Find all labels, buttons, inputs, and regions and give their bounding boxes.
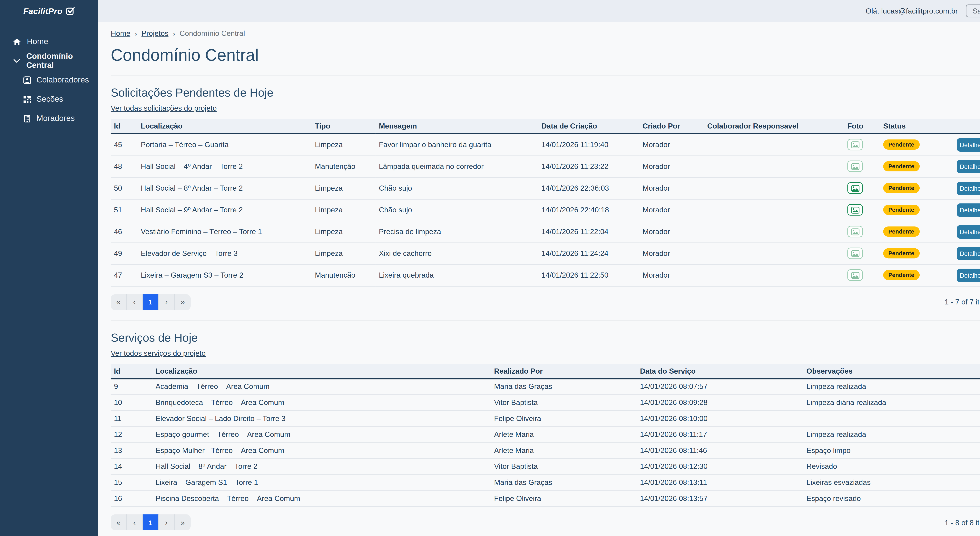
cell-id: 12 (111, 426, 152, 442)
column-header-criado-por: Criado Por (640, 119, 704, 133)
cell-data-servico: 14/01/2026 08:13:57 (637, 490, 803, 506)
pagination-next-button[interactable]: › (159, 514, 175, 530)
pagination-page-1-button[interactable]: 1 (143, 514, 159, 530)
details-button[interactable]: Detalhes (957, 225, 980, 238)
servicos-table: Id Localização Realizado Por Data do Ser… (111, 363, 980, 507)
image-icon (851, 163, 859, 170)
sidebar-item-colaboradores[interactable]: Colaboradores (0, 70, 98, 90)
cell-id: 49 (111, 243, 138, 264)
cell-colaborador (704, 243, 844, 264)
sidebar-item-label: Seções (37, 95, 63, 104)
image-icon (851, 228, 859, 235)
breadcrumb-separator: › (173, 30, 175, 37)
pagination-first-button[interactable]: « (111, 294, 127, 310)
cell-criado-por: Morador (640, 155, 704, 177)
sidebar-item-moradores[interactable]: Moradores (0, 109, 98, 128)
cell-realizado-por: Maria das Graças (491, 474, 636, 490)
cell-tipo: Limpeza (312, 221, 376, 243)
cell-localizacao: Espaço Mulher - Térreo – Área Comum (152, 442, 491, 458)
cell-realizado-por: Arlete Maria (491, 426, 636, 442)
table-row: 46 Vestiário Feminino – Térreo – Torre 1… (111, 221, 980, 243)
breadcrumb-separator: › (135, 30, 137, 37)
details-button[interactable]: Detalhes (957, 138, 980, 151)
cell-id: 15 (111, 474, 152, 490)
table-header-row: Id Localização Tipo Mensagem Data de Cri… (111, 119, 980, 133)
sidebar-item-label: Colaboradores (37, 75, 89, 84)
photo-button[interactable] (847, 204, 862, 216)
cell-id: 14 (111, 458, 152, 474)
check-square-icon (66, 6, 75, 16)
cell-localizacao: Hall Social – 8º Andar – Torre 2 (152, 458, 491, 474)
cell-localizacao: Portaria – Térreo – Guarita (138, 133, 312, 155)
cell-id: 11 (111, 411, 152, 427)
photo-button[interactable] (847, 139, 862, 151)
pagination-first-button[interactable]: « (111, 514, 127, 530)
pagination: « ‹ 1 › » (111, 294, 191, 310)
pagination-page-1-button[interactable]: 1 (143, 294, 159, 310)
cell-id: 46 (111, 221, 138, 243)
photo-button[interactable] (847, 161, 862, 172)
status-badge: Pendente (883, 227, 920, 237)
breadcrumb-projects-link[interactable]: Projetos (142, 29, 169, 37)
table-header-row: Id Localização Realizado Por Data do Ser… (111, 363, 980, 378)
app-logo[interactable]: FacilitPro (0, 0, 98, 22)
cell-realizado-por: Felipe Oliveira (491, 490, 636, 506)
image-icon (851, 206, 859, 213)
column-header-id: Id (111, 119, 138, 133)
column-header-localizacao: Localização (138, 119, 312, 133)
pagination-next-button[interactable]: › (159, 294, 175, 310)
sidebar-item-project[interactable]: Condomínio Central (0, 51, 98, 70)
user-greeting: Olá, lucas@facilitpro.com.br (866, 7, 958, 15)
logout-button[interactable]: Sair (966, 5, 980, 17)
cell-data-servico: 14/01/2026 08:09:28 (637, 394, 803, 411)
cell-colaborador (704, 221, 844, 243)
pagination-last-button[interactable]: » (175, 514, 191, 530)
sidebar-item-label: Condomínio Central (26, 52, 98, 70)
pagination-last-button[interactable]: » (175, 294, 191, 310)
solicitacoes-view-all-link[interactable]: Ver todas solicitações do projeto (111, 104, 217, 112)
photo-button[interactable] (847, 226, 862, 238)
details-button[interactable]: Detalhes (957, 181, 980, 195)
table-row: 14 Hall Social – 8º Andar – Torre 2 Vito… (111, 458, 980, 474)
breadcrumb-home-link[interactable]: Home (111, 29, 130, 37)
breadcrumb: Home › Projetos › Condomínio Central (111, 29, 980, 37)
app-logo-text: FacilitPro (23, 6, 62, 16)
servicos-view-all-link[interactable]: Ver todos serviços do projeto (111, 349, 205, 357)
sidebar-item-label: Moradores (37, 114, 75, 123)
cell-criado-por: Morador (640, 221, 704, 243)
pagination-prev-button[interactable]: ‹ (127, 514, 143, 530)
cell-id: 16 (111, 490, 152, 506)
cell-localizacao: Elevador Social – Lado Direito – Torre 3 (152, 411, 491, 427)
cell-data-servico: 14/01/2026 08:12:30 (637, 458, 803, 474)
cell-colaborador (704, 264, 844, 286)
cell-tipo: Manutenção (312, 155, 376, 177)
cell-observacoes: Espaço revisado (803, 490, 980, 506)
sidebar-item-secoes[interactable]: Seções (0, 90, 98, 109)
cell-mensagem: Lâmpada queimada no corredor (376, 155, 538, 177)
details-button[interactable]: Detalhes (957, 160, 980, 173)
photo-button[interactable] (847, 270, 862, 281)
chevron-down-icon (13, 57, 21, 65)
solicitacoes-pager-row: « ‹ 1 › » 1 - 7 of 7 items (111, 294, 980, 310)
photo-button[interactable] (847, 182, 862, 194)
pagination-prev-button[interactable]: ‹ (127, 294, 143, 310)
cell-localizacao: Vestiário Feminino – Térreo – Torre 1 (138, 221, 312, 243)
cell-data-servico: 14/01/2026 08:11:46 (637, 442, 803, 458)
cell-localizacao: Lixeira – Garagem S3 – Torre 2 (138, 264, 312, 286)
cell-localizacao: Hall Social – 4º Andar – Torre 2 (138, 155, 312, 177)
cell-data-servico: 14/01/2026 08:13:11 (637, 474, 803, 490)
cell-tipo: Limpeza (312, 243, 376, 264)
servicos-pager-row: « ‹ 1 › » 1 - 8 of 8 items (111, 514, 980, 530)
column-header-mensagem: Mensagem (376, 119, 538, 133)
details-button[interactable]: Detalhes (957, 203, 980, 217)
cell-criado-por: Morador (640, 177, 704, 199)
cell-tipo: Limpeza (312, 133, 376, 155)
details-button[interactable]: Detalhes (957, 247, 980, 260)
column-header-realizado-por: Realizado Por (491, 363, 636, 378)
cell-observacoes: Lixeiras esvaziadas (803, 474, 980, 490)
cell-mensagem: Precisa de limpeza (376, 221, 538, 243)
sidebar-item-home[interactable]: Home (0, 32, 98, 51)
photo-button[interactable] (847, 247, 862, 259)
details-button[interactable]: Detalhes (957, 268, 980, 282)
cell-data-criacao: 14/01/2026 22:40:18 (538, 199, 640, 221)
